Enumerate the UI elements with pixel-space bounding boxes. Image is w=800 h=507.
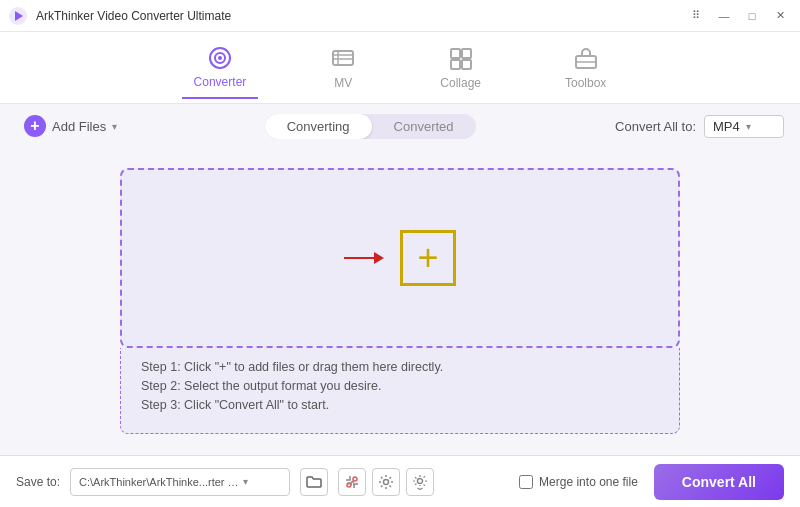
maximize-icon: □ (749, 10, 756, 22)
minimize-button[interactable]: — (712, 6, 736, 26)
main-content: + Step 1: Click "+" to add files or drag… (0, 148, 800, 434)
convert-all-to-label: Convert All to: (615, 119, 696, 134)
svg-rect-5 (333, 51, 353, 65)
step-2-text: Step 2: Select the output format you des… (141, 379, 659, 393)
mv-icon (330, 46, 356, 72)
title-bar-controls: ⠿ — □ ✕ (684, 6, 792, 26)
path-chevron-icon: ▾ (243, 476, 248, 487)
nav-item-mv[interactable]: MV (318, 38, 368, 98)
path-input[interactable]: C:\ArkThinker\ArkThinke...rter Ultimate\… (70, 468, 290, 496)
drop-zone-inner: + (344, 230, 456, 286)
settings-icon (378, 474, 394, 490)
merge-checkbox[interactable] (519, 475, 533, 489)
add-files-plus-icon: + (24, 115, 46, 137)
step-3-text: Step 3: Click "Convert All" to start. (141, 398, 659, 412)
close-icon: ✕ (776, 9, 785, 22)
save-to-label: Save to: (16, 475, 60, 489)
svg-rect-7 (451, 49, 460, 58)
collage-label: Collage (440, 76, 481, 90)
collage-icon (448, 46, 474, 72)
mv-label: MV (334, 76, 352, 90)
drop-zone[interactable]: + (120, 168, 680, 348)
nav-item-converter[interactable]: Converter (182, 37, 259, 99)
nav-item-collage[interactable]: Collage (428, 38, 493, 98)
trim-icon: off (344, 474, 360, 490)
arrow-right-icon (344, 251, 384, 265)
svg-point-4 (218, 56, 222, 60)
app-logo (8, 6, 28, 26)
convert-all-to: Convert All to: MP4 ▾ (615, 115, 784, 138)
format-chevron-icon: ▾ (746, 121, 751, 132)
toolbar: + Add Files ▾ Converting Converted Conve… (0, 104, 800, 148)
open-folder-button[interactable] (300, 468, 328, 496)
convert-all-button[interactable]: Convert All (654, 464, 784, 500)
converter-label: Converter (194, 75, 247, 89)
settings-button[interactable] (372, 468, 400, 496)
add-files-button[interactable]: + Add Files ▾ (16, 111, 125, 141)
svg-point-18 (418, 478, 423, 483)
more-settings-button[interactable] (406, 468, 434, 496)
minimize-icon: — (719, 10, 730, 22)
app-title: ArkThinker Video Converter Ultimate (36, 9, 231, 23)
svg-rect-10 (462, 60, 471, 69)
folder-icon (306, 474, 322, 490)
nav-item-toolbox[interactable]: Toolbox (553, 38, 618, 98)
format-value: MP4 (713, 119, 740, 134)
toolbox-label: Toolbox (565, 76, 606, 90)
converter-icon (207, 45, 233, 71)
format-select[interactable]: MP4 ▾ (704, 115, 784, 138)
add-files-label: Add Files (52, 119, 106, 134)
toolbox-icon (573, 46, 599, 72)
plus-box-icon: + (417, 240, 438, 276)
tab-converting[interactable]: Converting (265, 114, 372, 139)
svg-text:off: off (348, 480, 355, 486)
tab-converted[interactable]: Converted (372, 114, 476, 139)
svg-point-17 (384, 479, 389, 484)
settings-group: off (338, 468, 434, 496)
gear-chevron-icon (412, 474, 428, 490)
trim-button[interactable]: off (338, 468, 366, 496)
svg-rect-9 (451, 60, 460, 69)
add-files-chevron: ▾ (112, 121, 117, 132)
merge-checkbox-group: Merge into one file (519, 475, 638, 489)
bottom-bar: Save to: C:\ArkThinker\ArkThinke...rter … (0, 455, 800, 507)
maximize-button[interactable]: □ (740, 6, 764, 26)
close-button[interactable]: ✕ (768, 6, 792, 26)
bottom-right: Merge into one file Convert All (519, 464, 784, 500)
menu-icon: ⠿ (692, 9, 700, 22)
path-text: C:\ArkThinker\ArkThinke...rter Ultimate\… (79, 476, 239, 488)
tab-group: Converting Converted (265, 114, 476, 139)
merge-label[interactable]: Merge into one file (539, 475, 638, 489)
steps-box: Step 1: Click "+" to add files or drag t… (120, 348, 680, 434)
menu-button[interactable]: ⠿ (684, 6, 708, 26)
nav-bar: Converter MV Collage (0, 32, 800, 104)
svg-rect-8 (462, 49, 471, 58)
title-bar: ArkThinker Video Converter Ultimate ⠿ — … (0, 0, 800, 32)
title-bar-left: ArkThinker Video Converter Ultimate (8, 6, 231, 26)
plus-box: + (400, 230, 456, 286)
step-1-text: Step 1: Click "+" to add files or drag t… (141, 360, 659, 374)
